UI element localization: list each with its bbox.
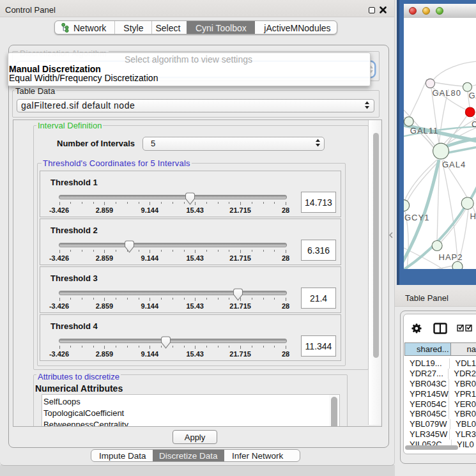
svg-text:HI: HI xyxy=(470,211,476,221)
svg-text:HAP2: HAP2 xyxy=(439,252,463,262)
svg-text:GA: GA xyxy=(469,91,476,100)
svg-text:C: C xyxy=(472,119,476,129)
svg-text:GCY1: GCY1 xyxy=(404,213,429,222)
svg-text:GAL11: GAL11 xyxy=(410,126,439,135)
svg-text:GAL4: GAL4 xyxy=(442,160,466,169)
svg-text:GAL80: GAL80 xyxy=(433,88,461,98)
